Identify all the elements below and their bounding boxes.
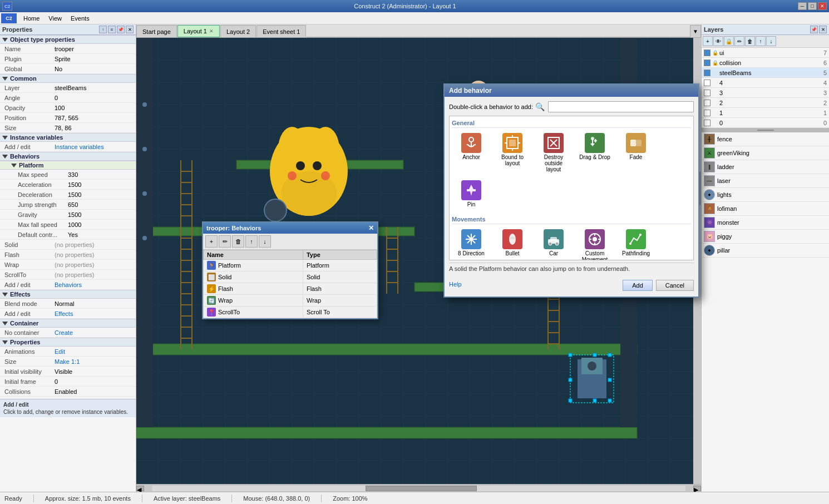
prop-size-anim-link[interactable]: Make 1:1: [55, 358, 80, 365]
behav-bound[interactable]: Bound to layout: [493, 130, 532, 175]
properties-icons[interactable]: ↑ ≡ 📌 ✕: [99, 26, 134, 33]
hscroll-track[interactable]: [152, 486, 685, 491]
layer-4-lock[interactable]: [712, 80, 718, 86]
asset-ladder[interactable]: ‖ ladder: [702, 160, 829, 174]
behav-add-btn[interactable]: +: [205, 235, 218, 248]
behav-anchor[interactable]: Anchor: [452, 130, 491, 175]
behav-edit-btn[interactable]: ✏: [219, 235, 231, 248]
close-button[interactable]: ✕: [818, 2, 827, 10]
section-properties[interactable]: Properties: [0, 338, 136, 347]
section-platform[interactable]: Platform: [0, 161, 136, 170]
asset-piggy[interactable]: 🐷 piggy: [702, 230, 829, 244]
tab-layout1[interactable]: Layout 1 ✕: [177, 25, 220, 37]
layer-0-lock[interactable]: [712, 120, 718, 126]
behaviors-dialog-close[interactable]: ✕: [368, 224, 374, 232]
minimize-button[interactable]: ─: [798, 2, 807, 10]
behav-fade[interactable]: Fade: [616, 130, 655, 175]
behav-row-wrap[interactable]: 🔄 Wrap Wrap: [204, 295, 377, 307]
add-button[interactable]: Add: [623, 280, 653, 291]
asset-pillar[interactable]: ● pillar: [702, 244, 829, 258]
layer-1-lock[interactable]: [712, 110, 718, 116]
layer-add-btn[interactable]: +: [703, 36, 713, 46]
section-instance-vars[interactable]: Instance variables: [0, 133, 136, 142]
layer-ui[interactable]: 🔒 ui 7: [702, 48, 829, 58]
help-link[interactable]: Help: [449, 281, 462, 288]
prop-animations-link[interactable]: Edit: [55, 348, 65, 355]
layer-delete-btn[interactable]: 🗑: [745, 36, 755, 46]
asset-laser[interactable]: — laser: [702, 174, 829, 188]
hscroll-right[interactable]: ▶: [693, 486, 701, 491]
behav-up-btn[interactable]: ↑: [245, 235, 258, 248]
layers-pin[interactable]: 📌: [810, 26, 818, 33]
window-controls[interactable]: ─ □ ✕: [798, 2, 827, 10]
layers-close[interactable]: ✕: [819, 26, 827, 33]
asset-greenviking[interactable]: ⚔ greenViking: [702, 146, 829, 160]
layer-up-btn[interactable]: ↑: [756, 36, 766, 46]
menu-events[interactable]: Events: [66, 14, 94, 23]
layer-ui-vis[interactable]: [704, 50, 710, 56]
prop-beh-link[interactable]: Behaviors: [55, 281, 82, 288]
behav-pathfind[interactable]: Pathfinding: [616, 226, 655, 260]
menu-view[interactable]: View: [44, 14, 66, 23]
prop-effects-link[interactable]: Effects: [55, 310, 73, 317]
layer-1[interactable]: 1 1: [702, 108, 829, 118]
behavior-search-input[interactable]: [548, 101, 694, 112]
section-common[interactable]: Common: [0, 74, 136, 83]
prop-icon-1[interactable]: ↑: [99, 26, 107, 33]
prop-iv-link[interactable]: Instance variables: [55, 144, 104, 150]
prop-icon-pin[interactable]: 📌: [117, 26, 125, 33]
layer-2-vis[interactable]: [704, 100, 710, 106]
behav-custom[interactable]: Custom Movement: [575, 226, 614, 260]
layer-3-lock[interactable]: [712, 90, 718, 96]
prop-icon-close[interactable]: ✕: [126, 26, 134, 33]
tab-layout1-close[interactable]: ✕: [209, 28, 214, 34]
behav-down-btn[interactable]: ↓: [259, 235, 271, 248]
layer-4[interactable]: 4 4: [702, 78, 829, 88]
behav-pin[interactable]: Pin: [452, 177, 491, 210]
asset-lofiman[interactable]: 🧍 lofiman: [702, 202, 829, 216]
layer-1-vis[interactable]: [704, 110, 710, 116]
panel-resize-handle[interactable]: [702, 128, 829, 132]
section-object-type[interactable]: Object type properties: [0, 35, 136, 44]
behav-car[interactable]: Car: [534, 226, 573, 260]
layer-steelbeams[interactable]: steelBeams 5: [702, 68, 829, 78]
layer-edit-btn[interactable]: ✏: [734, 36, 744, 46]
behav-8dir[interactable]: 8 Direction: [452, 226, 491, 260]
cancel-button[interactable]: Cancel: [656, 280, 694, 291]
layer-4-vis[interactable]: [704, 80, 710, 86]
behav-delete-btn[interactable]: 🗑: [232, 235, 244, 248]
layer-ui-lock[interactable]: 🔒: [712, 50, 718, 56]
layer-eye-btn[interactable]: 👁: [713, 36, 723, 46]
behav-row-platform[interactable]: 🏃 Platform Platform: [204, 260, 377, 271]
section-behaviors[interactable]: Behaviors: [0, 152, 136, 161]
behav-row-flash[interactable]: ⚡ Flash Flash: [204, 283, 377, 295]
prop-container-link[interactable]: Create: [55, 329, 73, 336]
asset-monster[interactable]: 👾 monster: [702, 216, 829, 230]
tab-start-page[interactable]: Start page: [136, 25, 177, 37]
asset-fence[interactable]: ╫ fence: [702, 132, 829, 146]
hscroll-thumb[interactable]: [366, 486, 477, 491]
layer-steel-lock[interactable]: [712, 70, 718, 76]
layer-collision-lock[interactable]: 🔒: [712, 60, 718, 66]
tab-layout2[interactable]: Layout 2: [220, 25, 256, 37]
layer-steel-vis[interactable]: [704, 70, 710, 76]
layer-3[interactable]: 3 3: [702, 88, 829, 98]
layer-3-vis[interactable]: [704, 90, 710, 96]
menu-home[interactable]: Home: [19, 14, 44, 23]
behav-dragdrop[interactable]: Drag & Drop: [575, 130, 614, 175]
behav-row-scrollto[interactable]: 📍 ScrollTo Scroll To: [204, 307, 377, 318]
layer-2-lock[interactable]: [712, 100, 718, 106]
behav-destroy[interactable]: Destroy outside layout: [534, 130, 573, 175]
hscroll-left[interactable]: ◀: [136, 486, 144, 491]
layer-0-vis[interactable]: [704, 120, 710, 126]
behav-bullet[interactable]: Bullet: [493, 226, 532, 260]
layer-2[interactable]: 2 2: [702, 98, 829, 108]
behav-row-solid[interactable]: ⬜ Solid Solid: [204, 271, 377, 283]
canvas-hscrollbar[interactable]: ◀ ▶: [136, 484, 701, 492]
asset-lights[interactable]: ● lights: [702, 188, 829, 202]
tab-dropdown[interactable]: ▼: [690, 25, 701, 37]
layer-down-btn[interactable]: ↓: [766, 36, 776, 46]
section-effects[interactable]: Effects: [0, 290, 136, 299]
tab-event-sheet1[interactable]: Event sheet 1: [256, 25, 306, 37]
layers-header-icons[interactable]: 📌 ✕: [810, 26, 827, 33]
